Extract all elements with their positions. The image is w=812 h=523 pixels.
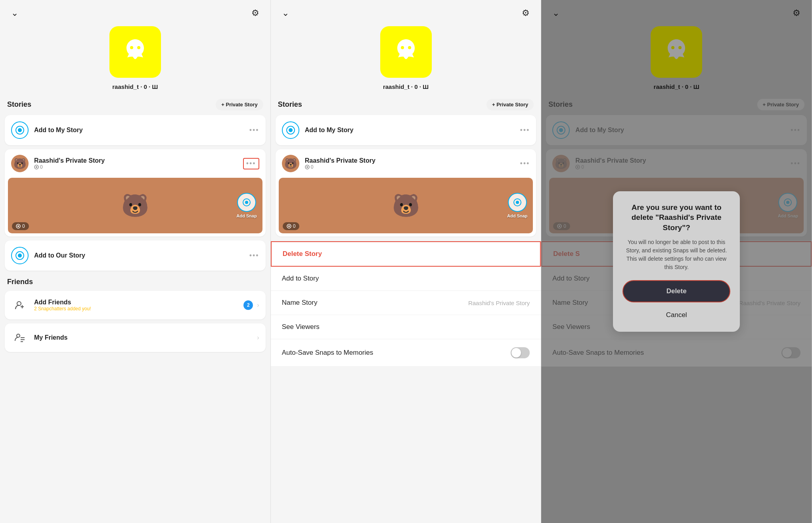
gear-icon[interactable]: ⚙	[251, 8, 259, 18]
add-snap-label-1: Add Snap	[236, 213, 257, 218]
private-story-card-2: 🐻 Raashid's Private Story 0 ••• 🐻	[276, 149, 536, 237]
stories-title-1: Stories	[7, 100, 31, 109]
snapcode-1	[109, 26, 161, 78]
panel-2: ⌄ ⚙ raashid_t · 0 · Ш Stories + Private …	[271, 0, 542, 523]
snapchat-ghost-svg-2	[390, 36, 422, 68]
add-snap-icon-2[interactable]	[508, 193, 527, 212]
private-story-views-2: 0	[305, 164, 375, 170]
add-my-story-card-1[interactable]: Add to My Story •••	[5, 115, 266, 145]
svg-point-1	[137, 46, 140, 49]
gear-icon-2[interactable]: ⚙	[522, 8, 530, 18]
private-story-button-1[interactable]: + Private Story	[216, 99, 263, 110]
username-1: raashid_t · 0 · Ш	[0, 83, 270, 90]
private-story-label-2: Raashid's Private Story	[305, 157, 375, 164]
private-story-card-1: 🐻 Raashid's Private Story 0 ••• 🐻	[5, 149, 266, 237]
add-my-story-card-2[interactable]: Add to My Story •••	[276, 115, 536, 145]
svg-point-11	[18, 254, 22, 258]
modal-body: You will no longer be able to post to th…	[622, 238, 730, 271]
add-snap-icon-1[interactable]	[237, 193, 256, 212]
svg-point-15	[17, 334, 20, 337]
story-thumbnail-1: 🐻 Add Snap 0	[8, 178, 262, 233]
private-story-button-2[interactable]: + Private Story	[486, 99, 534, 110]
chevron-down-icon[interactable]: ⌄	[11, 8, 18, 18]
svg-point-26	[516, 201, 519, 204]
private-story-avatar-1: 🐻	[11, 155, 29, 172]
add-friends-icon-1	[11, 296, 29, 314]
delete-story-item-2[interactable]: Delete Story	[271, 241, 541, 267]
bear-thumbnail-2: 🐻	[392, 192, 420, 219]
private-story-dots-1[interactable]: •••	[243, 158, 259, 169]
our-story-icon-1	[11, 247, 29, 264]
modal-cancel-button[interactable]: Cancel	[622, 306, 730, 324]
our-story-label-1: Add to Our Story	[34, 252, 85, 259]
context-menu-2: Delete Story Add to Story Name Story Raa…	[271, 240, 541, 367]
add-friends-card-1[interactable]: Add Friends 2 Snapchatters added you! 2 …	[5, 291, 266, 319]
private-story-header-2: 🐻 Raashid's Private Story 0 •••	[276, 149, 536, 178]
friends-title-1: Friends	[7, 278, 33, 286]
snapcode-2	[380, 26, 432, 78]
snapchatters-added-label-1: 2 Snapchatters added you!	[34, 306, 91, 311]
our-story-dots-1[interactable]: •••	[249, 252, 259, 260]
private-story-label-1: Raashid's Private Story	[34, 157, 105, 164]
my-story-label-1: Add to My Story	[34, 127, 83, 134]
add-snap-overlay-1: Add Snap	[236, 193, 257, 218]
name-story-value-2: Raashid's Private Story	[468, 300, 530, 306]
svg-point-24	[306, 166, 308, 168]
my-friends-icon-1	[11, 329, 29, 346]
view-count-2: 0	[283, 222, 300, 230]
my-story-dots-2[interactable]: •••	[520, 126, 530, 135]
friends-header-1: Friends	[5, 278, 266, 286]
svg-point-3	[18, 128, 22, 132]
private-story-avatar-2: 🐻	[282, 155, 299, 172]
chevron-right-icon-1: ›	[257, 302, 259, 309]
view-count-1: 0	[12, 222, 29, 230]
modal-title: Are you sure you want to delete "Raashid…	[622, 202, 730, 233]
bear-thumbnail-1: 🐻	[121, 192, 149, 219]
delete-modal: Are you sure you want to delete "Raashid…	[613, 191, 740, 332]
modal-delete-button[interactable]: Delete	[622, 280, 730, 302]
add-friends-label-1: Add Friends	[34, 299, 91, 306]
modal-overlay-3: Are you sure you want to delete "Raashid…	[541, 0, 812, 523]
stories-header-2: Stories + Private Story	[276, 99, 536, 110]
name-story-item-2[interactable]: Name Story Raashid's Private Story	[271, 291, 541, 315]
panel-3: ⌄ ⚙ raashid_t · 0 · Ш Stories + Private …	[541, 0, 812, 523]
svg-point-20	[408, 46, 411, 49]
chevron-down-icon-2[interactable]: ⌄	[282, 8, 289, 18]
panel-1: ⌄ ⚙ raashid_t · 0 · Ш Stories + Private …	[0, 0, 271, 523]
my-story-dots-1[interactable]: •••	[249, 126, 259, 135]
camera-icon-1	[15, 125, 25, 135]
svg-point-7	[245, 201, 248, 204]
stories-header-1: Stories + Private Story	[5, 99, 266, 110]
private-story-views-1: 0	[34, 164, 105, 170]
my-story-label-2: Add to My Story	[305, 127, 354, 134]
svg-point-28	[288, 225, 290, 227]
my-story-icon-1	[11, 121, 29, 139]
auto-save-toggle-2[interactable]	[511, 347, 530, 358]
my-friends-label-1: My Friends	[34, 334, 67, 341]
private-story-header-1: 🐻 Raashid's Private Story 0 •••	[5, 149, 266, 178]
top-bar-1: ⌄ ⚙	[0, 0, 270, 22]
svg-point-22	[289, 128, 293, 132]
svg-point-9	[17, 225, 19, 227]
svg-point-19	[401, 46, 404, 49]
add-friends-badge-1: 2	[243, 300, 253, 310]
add-our-story-card-1[interactable]: Add to Our Story •••	[5, 240, 266, 271]
my-story-icon-2	[282, 121, 299, 139]
add-snap-overlay-2: Add Snap	[507, 193, 527, 218]
my-friends-card-1[interactable]: My Friends ›	[5, 323, 266, 352]
snapcode-container-1	[0, 26, 270, 78]
story-thumbnail-2: 🐻 Add Snap 0	[279, 178, 533, 233]
add-snap-label-2: Add Snap	[507, 213, 527, 218]
see-viewers-item-2[interactable]: See Viewers	[271, 315, 541, 339]
auto-save-item-2[interactable]: Auto-Save Snaps to Memories	[271, 339, 541, 367]
friends-section-1: Friends Add Friends 2 Snapchatters added…	[5, 278, 266, 352]
snapcode-container-2	[271, 26, 541, 78]
stories-title-2: Stories	[278, 100, 302, 109]
top-bar-2: ⌄ ⚙	[271, 0, 541, 22]
chevron-right-icon-2: ›	[257, 334, 259, 341]
svg-point-0	[130, 46, 133, 49]
add-to-story-item-2[interactable]: Add to Story	[271, 267, 541, 291]
username-2: raashid_t · 0 · Ш	[271, 83, 541, 90]
private-story-dots-2[interactable]: •••	[520, 160, 530, 168]
svg-point-5	[36, 166, 37, 168]
